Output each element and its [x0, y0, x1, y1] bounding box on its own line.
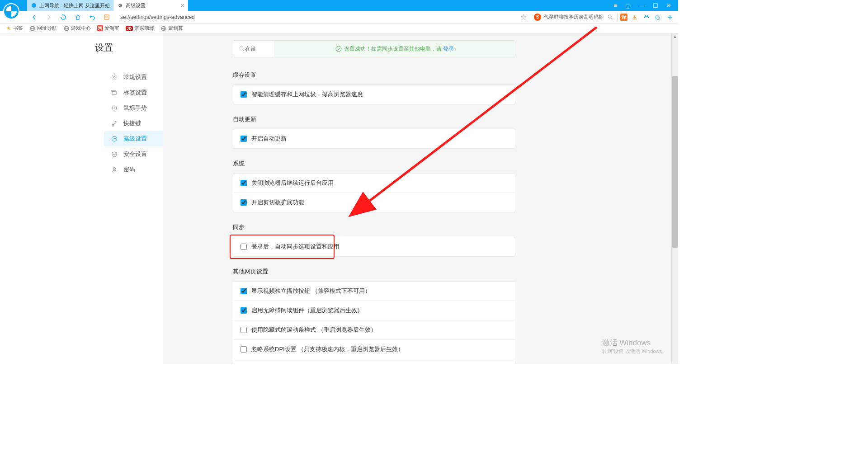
- pin-icon[interactable]: ⬚: [625, 2, 631, 9]
- favorite-icon[interactable]: [519, 13, 528, 22]
- sidebar-item-tabs[interactable]: 标签设置: [104, 85, 163, 100]
- svg-point-29: [113, 168, 116, 170]
- night-mode-icon[interactable]: [654, 13, 663, 22]
- login-link[interactable]: 登录: [443, 45, 454, 53]
- vertical-scrollbar[interactable]: ▲: [671, 33, 678, 364]
- setting-row[interactable]: 忽略系统DPI设置 （只支持极速内核，重启浏览器后生效）: [233, 339, 515, 359]
- forward-button[interactable]: [43, 12, 54, 23]
- sidebar-item-label: 常规设置: [123, 73, 147, 81]
- sidebar-item-password[interactable]: 密码: [104, 162, 163, 177]
- add-icon[interactable]: [665, 13, 675, 22]
- sidebar-item-advanced[interactable]: 高级设置: [104, 131, 163, 146]
- window-controls: ≡ ⬚ — ☐ ✕: [613, 2, 678, 9]
- screenshot-icon[interactable]: [642, 13, 651, 22]
- setting-label: 智能清理缓存和上网垃圾，提高浏览器速度: [251, 90, 363, 99]
- setting-row[interactable]: 启用无障碍阅读组件（重启浏览器后生效）: [233, 301, 515, 320]
- checkbox-video-button[interactable]: [241, 288, 247, 294]
- svg-rect-22: [112, 90, 115, 91]
- bookmark-label: 爱淘宝: [104, 25, 119, 32]
- bookmark-label: 网址导航: [37, 25, 57, 32]
- svg-rect-21: [112, 91, 117, 94]
- setting-label: 显示视频独立播放按钮 （兼容模式下不可用）: [251, 287, 371, 295]
- setting-row[interactable]: 显示视频独立播放按钮 （兼容模式下不可用）: [233, 282, 515, 301]
- jd-icon: JD: [126, 26, 133, 31]
- bookmark-item[interactable]: JD 京东商城: [126, 25, 154, 32]
- favicon-icon: [31, 2, 37, 9]
- section-title-system: 系统: [233, 160, 515, 168]
- bookmark-item[interactable]: 游戏中心: [63, 25, 91, 32]
- setting-group-update: 开启自动更新: [233, 129, 515, 149]
- browser-logo: [2, 2, 27, 27]
- sidebar-menu: 常规设置 标签设置 鼠标手势 快捷键: [104, 70, 163, 177]
- checkbox-hidden-scrollbar[interactable]: [241, 327, 247, 333]
- download-icon[interactable]: [630, 13, 639, 22]
- person-icon: [111, 166, 118, 173]
- setting-group-other: 显示视频独立播放按钮 （兼容模式下不可用） 启用无障碍阅读组件（重启浏览器后生效…: [233, 281, 515, 364]
- checkbox-ignore-dpi[interactable]: [241, 346, 247, 352]
- tab-active[interactable]: ⚙ 高级设置 ×: [113, 0, 188, 11]
- svg-point-27: [114, 138, 115, 139]
- setting-row[interactable]: 开启剪切板扩展功能: [233, 193, 515, 212]
- globe-icon: [29, 25, 36, 32]
- success-text: 设置成功！如需同步设置至其他电脑，请: [344, 45, 442, 53]
- search-box: [233, 46, 274, 52]
- svg-line-6: [611, 18, 612, 19]
- setting-row[interactable]: 登录后，自动同步选项设置和应用: [233, 237, 515, 256]
- setting-label: 关闭浏览器后继续运行后台应用: [251, 179, 334, 187]
- svg-point-7: [660, 15, 660, 16]
- sidebar-item-security[interactable]: 安全设置: [104, 146, 163, 162]
- undo-button[interactable]: [87, 12, 98, 23]
- bookmark-item[interactable]: 网址导航: [29, 25, 57, 32]
- bookmark-item[interactable]: 淘 爱淘宝: [97, 25, 119, 32]
- tab-inactive[interactable]: 上网导航 - 轻快上网 从这里开始: [27, 0, 113, 11]
- bookmark-label: 聚划算: [168, 25, 183, 32]
- sidebar-item-gestures[interactable]: 鼠标手势: [104, 100, 163, 116]
- scrollbar-thumb[interactable]: [672, 76, 678, 248]
- main-area: 设置 常规设置 标签设置 鼠标手势: [0, 33, 678, 364]
- svg-point-5: [608, 15, 611, 18]
- reload-button[interactable]: [58, 12, 69, 23]
- menu-icon[interactable]: ≡: [613, 2, 617, 9]
- close-icon[interactable]: ×: [181, 2, 184, 9]
- translate-icon[interactable]: 译: [620, 14, 627, 21]
- section-title-cache: 缓存设置: [233, 71, 515, 79]
- nav-right-tools: S 代孕群聊按学历身高明码标价卵源 译: [519, 13, 675, 22]
- sidebar-item-general[interactable]: 常规设置: [104, 70, 163, 85]
- svg-point-30: [240, 47, 243, 50]
- url-input[interactable]: se://settings/settings-advanced: [118, 13, 515, 22]
- setting-row[interactable]: 关闭浏览器后继续运行后台应用: [233, 174, 515, 193]
- checkbox-clipboard-ext[interactable]: [241, 199, 247, 206]
- page-title: 设置: [95, 42, 113, 54]
- setting-row[interactable]: 智能清理缓存和上网垃圾，提高浏览器速度: [233, 85, 515, 104]
- setting-row[interactable]: 开启自动更新: [233, 129, 515, 148]
- window-titlebar: 上网导航 - 轻快上网 从这里开始 ⚙ 高级设置 × ≡ ⬚ — ☐ ✕: [0, 0, 678, 11]
- globe-icon: [63, 25, 70, 32]
- maximize-icon[interactable]: ☐: [653, 2, 658, 9]
- checkbox-background-apps[interactable]: [241, 180, 247, 186]
- bookmark-item[interactable]: 聚划算: [160, 25, 183, 32]
- checkbox-accessibility[interactable]: [241, 307, 247, 314]
- checkbox-auto-sync[interactable]: [241, 244, 247, 250]
- checkbox-cache-clean[interactable]: [241, 91, 247, 98]
- back-button[interactable]: [29, 12, 40, 23]
- section-title-other: 其他网页设置: [233, 268, 515, 276]
- taobao-icon: 淘: [97, 25, 103, 31]
- home-button[interactable]: [72, 12, 83, 23]
- svg-point-20: [112, 75, 117, 80]
- sidebar-item-label: 快捷键: [123, 119, 141, 127]
- sogou-ext-icon[interactable]: S: [534, 14, 541, 21]
- reader-button[interactable]: [101, 12, 112, 23]
- tab-strip: 上网导航 - 轻快上网 从这里开始 ⚙ 高级设置 ×: [27, 0, 188, 11]
- search-input[interactable]: [245, 46, 263, 52]
- ext-text[interactable]: 代孕群聊按学历身高明码标价卵源: [544, 14, 603, 20]
- setting-row[interactable]: 下载PDF文件，而不是在浏览器里自动打开: [233, 359, 515, 364]
- minimize-icon[interactable]: —: [639, 2, 645, 9]
- setting-row[interactable]: 使用隐藏式的滚动条样式 （重启浏览器后生效）: [233, 320, 515, 339]
- search-icon[interactable]: [605, 13, 614, 22]
- checkbox-auto-update[interactable]: [241, 136, 247, 142]
- nav-bar: se://settings/settings-advanced S 代孕群聊按学…: [0, 11, 678, 24]
- close-window-icon[interactable]: ✕: [666, 2, 671, 9]
- settings-content: 设置成功！如需同步设置至其他电脑，请 登录 缓存设置 智能清理缓存和上网垃圾，提…: [233, 33, 515, 364]
- svg-line-31: [243, 50, 244, 51]
- sidebar-item-shortcuts[interactable]: 快捷键: [104, 116, 163, 131]
